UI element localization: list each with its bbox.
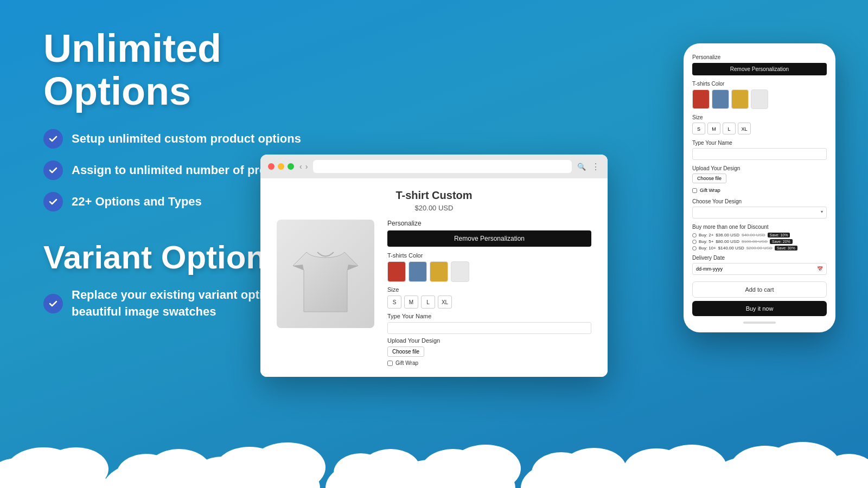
phone-upload-label: Upload Your Design — [692, 165, 827, 171]
phone-personalize-label: Personalize — [692, 54, 827, 60]
phone-size-s[interactable]: S — [692, 123, 705, 134]
tshirt-illustration — [288, 228, 363, 320]
browser-product-price: $20.00 USD — [277, 204, 591, 212]
browser-color-swatches — [387, 261, 591, 282]
feature-text-3: 22+ Options and Types — [72, 195, 202, 209]
phone-discount-row-1: Buy: 2+ $36.00 USD $40.00 USD Save: 10% — [692, 233, 827, 237]
check-icon-v1 — [48, 298, 59, 309]
size-s[interactable]: S — [387, 296, 401, 309]
phone-discount-radio-3[interactable] — [692, 246, 697, 251]
browser-size-label: Size — [387, 286, 591, 293]
phone-mockup: Personalize Remove Personalization T-shi… — [684, 43, 835, 332]
check-badge-1 — [43, 129, 63, 149]
phone-discount-radio-1[interactable] — [692, 233, 697, 237]
search-icon: 🔍 — [577, 163, 586, 171]
phone-discount-row-3: Buy: 10+ $140.00 USD $200.00 USD Save: 3… — [692, 246, 827, 251]
chevron-down-icon: ▾ — [821, 209, 823, 214]
phone-scroll-indicator — [743, 322, 776, 324]
size-xl[interactable]: XL — [438, 296, 452, 309]
phone-date-placeholder: dd-mm-yyyy — [696, 266, 723, 272]
phone-name-input[interactable] — [692, 148, 827, 160]
browser-choose-file-btn[interactable]: Choose file — [387, 346, 424, 357]
phone-discount-original-2: $100.00 USD — [742, 239, 768, 244]
browser-gift-wrap-checkbox[interactable] — [387, 361, 393, 366]
phone-swatch-white[interactable] — [751, 89, 768, 109]
feature-text-1: Setup unlimited custom product options — [72, 132, 301, 146]
phone-color-swatches — [692, 89, 827, 109]
phone-size-label: Size — [692, 114, 827, 120]
size-l[interactable]: L — [421, 296, 435, 309]
phone-size-m[interactable]: M — [707, 123, 720, 134]
phone-swatch-blue[interactable] — [712, 89, 729, 109]
check-icon-1 — [48, 133, 59, 144]
phone-discount-prefix-3: Buy: 10+ — [699, 246, 716, 251]
calendar-icon: 📅 — [817, 266, 823, 272]
browser-personalize-label: Personalize — [387, 220, 591, 227]
phone-swatch-red[interactable] — [692, 89, 710, 109]
phone-choose-file-btn[interactable]: Choose file — [692, 174, 726, 183]
phone-remove-btn[interactable]: Remove Personalization — [692, 63, 827, 75]
phone-save-badge-2: Save: 20% — [770, 239, 793, 244]
phone-gift-wrap-row: Gift Wrap — [692, 188, 827, 193]
phone-discount-prefix-2: Buy: 5+ — [699, 239, 713, 244]
phone-gift-wrap-checkbox[interactable] — [692, 188, 697, 193]
color-swatch-red[interactable] — [387, 261, 406, 282]
browser-color-label: T-shirts Color — [387, 252, 591, 259]
dot-minimize[interactable] — [278, 163, 284, 170]
phone-content: Personalize Remove Personalization T-shi… — [692, 54, 827, 324]
clouds-decoration — [0, 428, 868, 488]
check-badge-2 — [43, 160, 63, 180]
phone-sizes: S M L XL — [692, 123, 827, 134]
size-m[interactable]: M — [404, 296, 418, 309]
phone-save-badge-1: Save: 10% — [768, 233, 790, 237]
phone-discount-price-1: $36.00 USD — [716, 233, 739, 237]
phone-discount-prefix-1: Buy: 2+ — [699, 233, 713, 237]
dot-close[interactable] — [268, 163, 275, 170]
browser-gift-wrap-label: Gift Wrap — [395, 360, 418, 366]
product-options: Personalize Remove Personalization T-shi… — [387, 220, 591, 366]
phone-swatch-yellow[interactable] — [731, 89, 749, 109]
color-swatch-white[interactable] — [451, 261, 469, 282]
browser-name-input[interactable] — [387, 322, 591, 334]
phone-size-l[interactable]: L — [723, 123, 736, 134]
phone-discount-price-3: $140.00 USD — [718, 246, 744, 251]
phone-save-badge-3: Save: 30% — [775, 246, 797, 251]
browser-url-bar[interactable] — [313, 160, 572, 173]
browser-name-label: Type Your Name — [387, 313, 591, 319]
browser-bar: ‹ › 🔍 ⋮ — [260, 155, 608, 178]
browser-nav: ‹ › — [299, 162, 308, 171]
check-icon-2 — [48, 165, 59, 176]
color-swatch-yellow[interactable] — [430, 261, 448, 282]
product-image — [277, 220, 374, 328]
phone-discount-radio-2[interactable] — [692, 240, 697, 244]
browser-menu-icon[interactable]: ⋮ — [591, 162, 600, 172]
phone-discount-price-2: $80.00 USD — [716, 239, 739, 244]
phone-name-label: Type Your Name — [692, 140, 827, 146]
phone-discount-original-1: $40.00 USD — [742, 233, 765, 237]
phone-color-label: T-shirts Color — [692, 81, 827, 87]
browser-remove-btn[interactable]: Remove Personalization — [387, 230, 591, 247]
phone-buy-now-btn[interactable]: Buy it now — [692, 301, 827, 316]
color-swatch-blue[interactable] — [409, 261, 427, 282]
product-image-area — [277, 220, 374, 366]
check-badge-v1 — [43, 294, 63, 313]
phone-size-xl[interactable]: XL — [738, 123, 751, 134]
browser-product-title: T-shirt Custom — [277, 189, 591, 202]
phone-date-input[interactable]: dd-mm-yyyy 📅 — [692, 263, 827, 275]
phone-design-select[interactable]: ▾ — [692, 207, 827, 219]
browser-dots — [268, 163, 294, 170]
nav-forward[interactable]: › — [305, 162, 308, 171]
phone-discount-label: Buy more than one for Discount — [692, 224, 827, 230]
main-title: Unlimited Options — [43, 27, 342, 113]
browser-main-area: Personalize Remove Personalization T-shi… — [277, 220, 591, 366]
nav-back[interactable]: ‹ — [299, 162, 302, 171]
phone-gift-wrap-label: Gift Wrap — [700, 188, 720, 193]
dot-maximize[interactable] — [288, 163, 294, 170]
check-icon-3 — [48, 196, 59, 207]
feature-item-1: Setup unlimited custom product options — [43, 129, 342, 149]
phone-discount-row-2: Buy: 5+ $80.00 USD $100.00 USD Save: 20% — [692, 239, 827, 244]
browser-gift-wrap-row: Gift Wrap — [387, 360, 591, 366]
browser-upload-label: Upload Your Design — [387, 337, 591, 344]
phone-date-label: Delivery Date — [692, 255, 827, 261]
phone-add-cart-btn[interactable]: Add to cart — [692, 281, 827, 298]
